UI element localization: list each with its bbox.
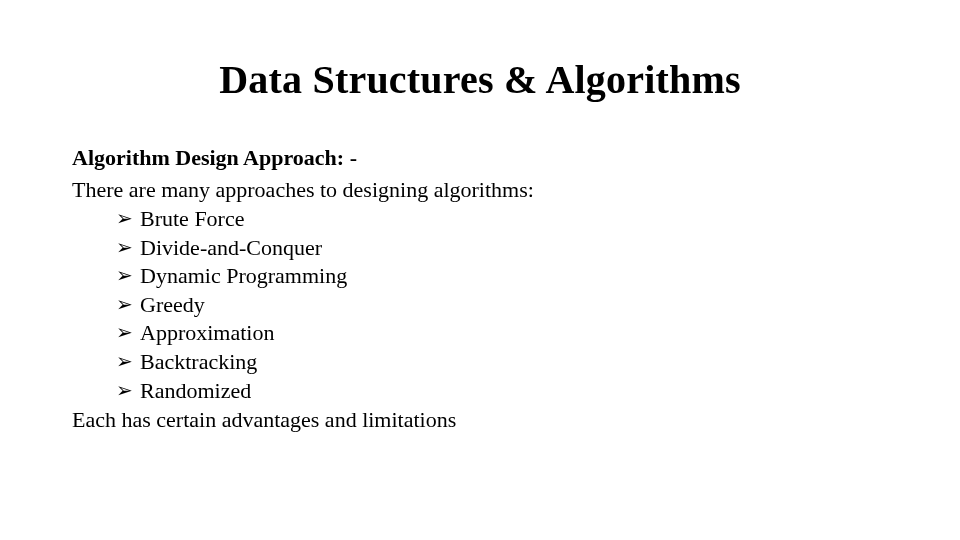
closing-line: Each has certain advantages and limitati…: [72, 407, 888, 433]
slide-container: Data Structures & Algorithms Algorithm D…: [0, 0, 960, 540]
slide-title: Data Structures & Algorithms: [72, 56, 888, 103]
list-item: Divide-and-Conquer: [116, 234, 888, 263]
section-heading: Algorithm Design Approach: -: [72, 145, 888, 171]
list-item: Backtracking: [116, 348, 888, 377]
list-item: Randomized: [116, 377, 888, 406]
list-item: Dynamic Programming: [116, 262, 888, 291]
approach-list: Brute Force Divide-and-Conquer Dynamic P…: [116, 205, 888, 405]
list-item: Brute Force: [116, 205, 888, 234]
list-item: Greedy: [116, 291, 888, 320]
intro-line: There are many approaches to designing a…: [72, 177, 888, 203]
list-item: Approximation: [116, 319, 888, 348]
